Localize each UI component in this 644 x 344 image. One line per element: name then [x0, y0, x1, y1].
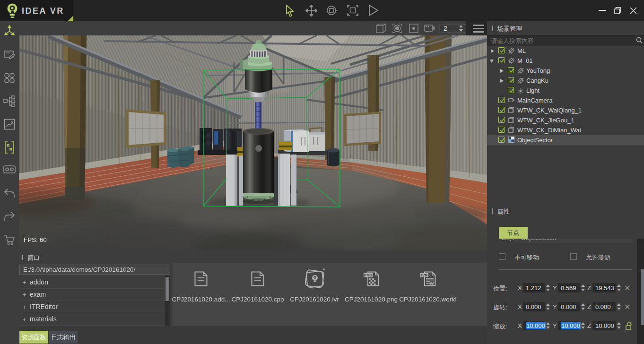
svg-text:W: W	[430, 281, 434, 286]
svg-text:PNG: PNG	[364, 273, 372, 277]
svg-text:IVR: IVR	[421, 273, 428, 277]
